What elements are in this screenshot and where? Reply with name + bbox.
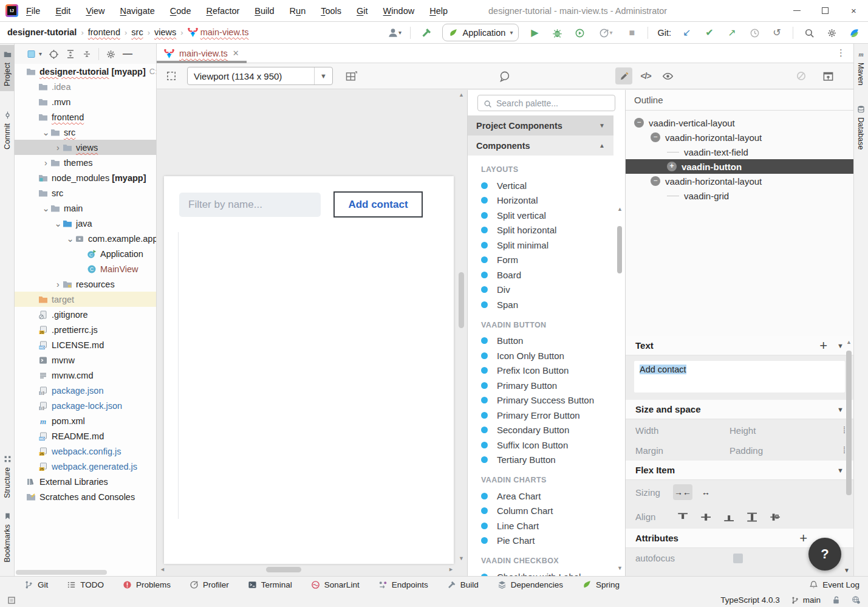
canvas-text-field[interactable]: Filter by name... <box>179 193 321 217</box>
git-push-button[interactable]: ↗ <box>725 26 739 39</box>
viewport-select[interactable]: Viewport (1134 x 950) ▼ <box>187 67 333 85</box>
code-mode-icon[interactable]: </> <box>637 67 654 84</box>
align-center-icon[interactable] <box>696 509 714 524</box>
palette-search-input[interactable]: Search palette... <box>477 95 615 111</box>
search-everywhere-icon[interactable] <box>802 26 816 39</box>
canvas-horizontal-scrollbar[interactable]: ◄ ► <box>160 566 454 574</box>
tree-item-webpack-generated-js[interactable]: JSwebpack.generated.js <box>15 459 156 474</box>
tree-item-mainview[interactable]: CMainView <box>15 261 156 276</box>
artboard[interactable]: Filter by name... Add contact <box>164 176 454 564</box>
lock-icon[interactable] <box>832 595 841 605</box>
tree-item-external-libraries[interactable]: External Libraries <box>15 474 156 489</box>
hide-panel-icon[interactable]: — <box>123 49 132 60</box>
margin-field[interactable]: Margin <box>635 445 730 456</box>
align-baseline-icon[interactable] <box>765 509 784 524</box>
run-button[interactable]: ▶ <box>528 26 541 39</box>
palette-item-suffix-icon-button[interactable]: Suffix Icon Button <box>481 437 612 453</box>
palette-item-checkbox-with-label[interactable]: Checkbox with Label <box>481 569 612 576</box>
toolwindow-tab-problems[interactable]: Problems <box>123 580 171 589</box>
palette-item-split-horizontal[interactable]: Split horizontal <box>481 223 612 238</box>
help-button[interactable]: ? <box>808 538 841 571</box>
collapse-text-icon[interactable]: ▼ <box>837 342 844 349</box>
toolwindow-tab-dependencies[interactable]: Dependencies <box>497 580 563 589</box>
toolwindow-tab-event-log[interactable]: Event Log <box>809 580 859 589</box>
toolwindow-tab-maven[interactable]: m Maven <box>853 45 868 91</box>
autofocus-checkbox[interactable] <box>733 554 743 563</box>
tree-chevron-down-icon[interactable]: ⌄ <box>41 128 50 137</box>
palette-item-horizontal[interactable]: Horizontal <box>481 193 612 208</box>
palette-scroll-up-icon[interactable]: ▲ <box>617 207 623 212</box>
canvas-vscroll-thumb[interactable] <box>459 272 464 328</box>
tree-chevron-right-icon[interactable]: › <box>53 279 63 289</box>
tree-chevron-down-icon[interactable]: ⌄ <box>53 219 63 228</box>
tree-item-pom-xml[interactable]: mpom.xml <box>15 413 156 428</box>
palette-item-line-chart[interactable]: Line Chart <box>481 518 612 533</box>
outline-node-vaadin-button[interactable]: +vaadin-button <box>626 159 853 174</box>
close-button[interactable]: × <box>839 0 868 21</box>
toolwindow-tab-bookmarks[interactable]: Bookmarks <box>0 507 15 560</box>
tree-item-node-modules[interactable]: node_modules [myapp] <box>15 170 156 185</box>
menu-navigate[interactable]: Navigate <box>120 6 155 16</box>
feedback-bubble-icon[interactable] <box>496 67 513 84</box>
debug-button[interactable] <box>550 26 564 39</box>
git-branch-widget[interactable]: main <box>791 595 821 604</box>
palette-item-span[interactable]: Span <box>481 297 612 312</box>
toolwindow-toggle-icon[interactable] <box>7 594 17 605</box>
outline-node-vaadin-text-field[interactable]: vaadin-text-field <box>626 145 853 159</box>
user-account-icon[interactable]: ▾ <box>388 26 401 39</box>
canvas-add-contact-button[interactable]: Add contact <box>333 191 423 218</box>
palette-item-column-chart[interactable]: Column Chart <box>481 504 612 519</box>
settings-gear-icon[interactable] <box>825 26 838 39</box>
section-flex-item[interactable]: Flex Item ▼ <box>626 461 853 480</box>
outline-node-vaadin-grid[interactable]: vaadin-grid <box>626 188 853 203</box>
palette-scroll-thumb[interactable] <box>617 226 622 273</box>
tree-item-frontend[interactable]: frontend <box>15 109 156 125</box>
viewport-dropdown-arrow-icon[interactable]: ▼ <box>314 67 332 84</box>
tab-options-kebab-icon[interactable]: ⋮ <box>836 47 846 58</box>
palette-scrollbar[interactable]: ▲ ▼ <box>615 205 624 572</box>
edit-mode-pencil-icon[interactable] <box>615 67 632 84</box>
canvas-hscroll-thumb[interactable] <box>266 567 301 572</box>
design-canvas[interactable]: Filter by name... Add contact ▲ ▼ ◄ ► <box>157 90 468 576</box>
palette-item-primary-error-button[interactable]: Primary Error Button <box>481 408 612 423</box>
tree-item-package-json[interactable]: {}package.json <box>15 383 156 398</box>
tree-item-package-lock-json[interactable]: {}package-lock.json <box>15 398 156 413</box>
palette-scroll-down-icon[interactable]: ▼ <box>617 566 623 571</box>
palette-section-project-components[interactable]: Project Components▼ <box>468 115 613 135</box>
props-scroll-thumb[interactable] <box>846 351 852 495</box>
tree-item-webpack-config-js[interactable]: JSwebpack.config.js <box>15 444 156 459</box>
palette-item-pie-chart[interactable]: Pie Chart <box>481 533 612 549</box>
tree-chevron-down-icon[interactable]: ⌄ <box>66 234 75 244</box>
minimize-button[interactable] <box>782 0 811 21</box>
palette-item-primary-button[interactable]: Primary Button <box>481 378 612 393</box>
palette-item-split-vertical[interactable]: Split vertical <box>481 208 612 223</box>
toolwindow-tab-build[interactable]: Build <box>447 580 479 589</box>
outline-node-vaadin-horizontal-layout[interactable]: −vaadin-horizontal-layout <box>626 174 853 188</box>
scroll-right-icon[interactable]: ► <box>448 567 454 572</box>
selection-mode-icon[interactable] <box>163 67 180 84</box>
menu-tools[interactable]: Tools <box>321 6 341 16</box>
menu-build[interactable]: Build <box>255 6 274 16</box>
align-stretch-icon[interactable] <box>742 509 760 524</box>
tab-main-view-ts[interactable]: main-view.ts ✕ <box>157 44 247 63</box>
palette-item-form[interactable]: Form <box>481 253 612 268</box>
project-settings-gear-icon[interactable] <box>106 48 116 59</box>
tree-chevron-right-icon[interactable]: › <box>53 143 63 153</box>
undo-button[interactable]: ↺ <box>770 26 784 39</box>
expand-all-icon[interactable] <box>66 49 75 60</box>
tree-item--gitignore[interactable]: .gitignore <box>15 307 156 322</box>
tree-item-src[interactable]: src <box>15 185 156 201</box>
tree-item--prettierrc-js[interactable]: JS.prettierrc.js <box>15 322 156 337</box>
breadcrumb-designer-tutorial[interactable]: designer-tutorial <box>7 27 77 37</box>
git-update-button[interactable]: ↙ <box>680 26 694 39</box>
properties-scrollbar[interactable]: ▲ <box>844 340 853 574</box>
tree-item-scratches-and-consoles[interactable]: Scratches and Consoles <box>15 489 156 504</box>
tree-item-com-example-applica[interactable]: ⌄com.example.applica <box>15 231 156 246</box>
tree-item-readme-md[interactable]: MDREADME.md <box>15 428 156 444</box>
palette-item-div[interactable]: Div <box>481 283 612 298</box>
palette-item-prefix-icon-button[interactable]: Prefix Icon Button <box>481 363 612 379</box>
scroll-left-icon[interactable]: ◄ <box>160 567 165 572</box>
add-attribute-icon[interactable]: + <box>799 530 807 546</box>
collapse-node-icon[interactable]: − <box>651 132 660 142</box>
tree-item-java[interactable]: ⌄java <box>15 216 156 231</box>
